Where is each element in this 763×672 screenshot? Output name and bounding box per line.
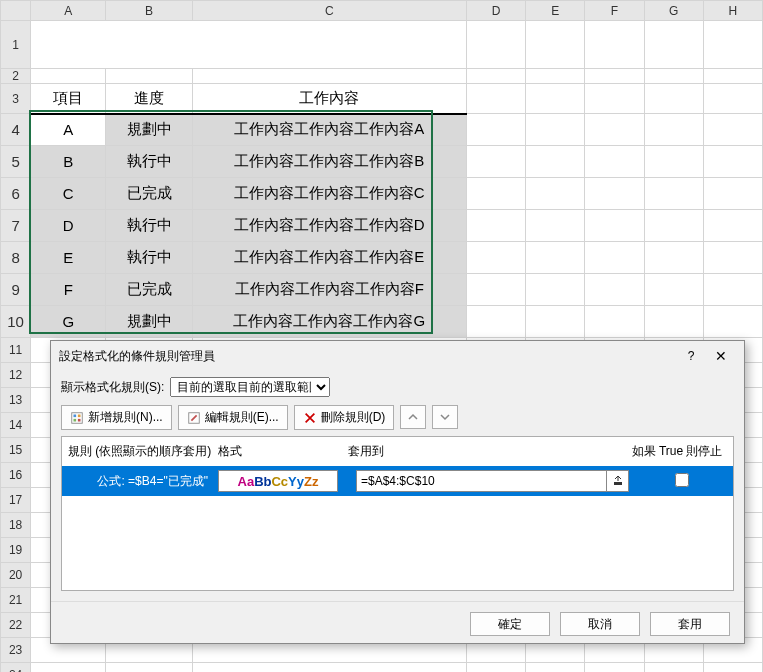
- row-header[interactable]: 23: [1, 638, 31, 663]
- cell[interactable]: 工作內容工作內容工作內容D: [192, 210, 466, 242]
- applies-to-input[interactable]: [356, 470, 607, 492]
- row-header[interactable]: 4: [1, 114, 31, 146]
- header-progress[interactable]: 進度: [106, 84, 192, 114]
- move-down-button[interactable]: [432, 405, 458, 429]
- stop-if-true-checkbox[interactable]: [675, 473, 689, 487]
- conditional-formatting-rules-manager-dialog: 設定格式化的條件規則管理員 ? ✕ 顯示格式化規則(S): 目前的選取目前的選取…: [50, 340, 745, 644]
- col-stop-header: 如果 True 則停止: [627, 441, 727, 462]
- cell[interactable]: D: [31, 210, 106, 242]
- chevron-down-icon: [440, 412, 450, 422]
- dialog-titlebar[interactable]: 設定格式化的條件規則管理員 ? ✕: [51, 341, 744, 371]
- cell[interactable]: 工作內容工作內容工作內容C: [192, 178, 466, 210]
- svg-rect-6: [614, 482, 622, 485]
- cell[interactable]: 執行中: [106, 210, 192, 242]
- row-header[interactable]: 16: [1, 463, 31, 488]
- row-header[interactable]: 20: [1, 563, 31, 588]
- col-header-D[interactable]: D: [466, 1, 525, 21]
- row-header[interactable]: 13: [1, 388, 31, 413]
- row-header[interactable]: 5: [1, 146, 31, 178]
- cell[interactable]: 規劃中: [106, 306, 192, 338]
- edit-rule-icon: [187, 411, 201, 425]
- cell[interactable]: 工作內容工作內容工作內容A: [192, 114, 466, 146]
- row-header[interactable]: 18: [1, 513, 31, 538]
- ok-button[interactable]: 確定: [470, 612, 550, 636]
- svg-rect-4: [78, 418, 81, 421]
- row-header[interactable]: 2: [1, 69, 31, 84]
- col-format-header: 格式: [218, 441, 348, 462]
- col-header-A[interactable]: A: [31, 1, 106, 21]
- rule-row[interactable]: 公式: =$B4="已完成" AaBbCcYyZz: [62, 466, 733, 496]
- dialog-title: 設定格式化的條件規則管理員: [59, 348, 215, 365]
- cell[interactable]: 執行中: [106, 242, 192, 274]
- cell[interactable]: 規劃中: [106, 114, 192, 146]
- delete-icon: [303, 411, 317, 425]
- new-rule-button[interactable]: 新增規則(N)...: [61, 405, 172, 430]
- col-header-F[interactable]: F: [585, 1, 644, 21]
- cell[interactable]: 執行中: [106, 146, 192, 178]
- row-header[interactable]: 15: [1, 438, 31, 463]
- svg-rect-2: [78, 414, 81, 417]
- svg-rect-0: [72, 412, 83, 423]
- cell[interactable]: C: [31, 178, 106, 210]
- row-header[interactable]: 6: [1, 178, 31, 210]
- rules-list: 規則 (依照顯示的順序套用) 格式 套用到 如果 True 則停止 公式: =$…: [61, 436, 734, 591]
- column-header-row: A B C D E F G H: [1, 1, 763, 21]
- row-header[interactable]: 17: [1, 488, 31, 513]
- svg-rect-1: [74, 414, 77, 417]
- col-header-H[interactable]: H: [703, 1, 762, 21]
- help-button[interactable]: ?: [676, 349, 706, 363]
- row-header[interactable]: 24: [1, 663, 31, 673]
- row-header[interactable]: 1: [1, 21, 31, 69]
- cell[interactable]: A: [31, 114, 106, 146]
- cell[interactable]: B: [31, 146, 106, 178]
- edit-rule-button[interactable]: 編輯規則(E)...: [178, 405, 288, 430]
- cell[interactable]: 工作內容工作內容工作內容E: [192, 242, 466, 274]
- cell[interactable]: 工作內容工作內容工作內容F: [192, 274, 466, 306]
- close-button[interactable]: ✕: [706, 348, 736, 364]
- collapse-dialog-icon: [612, 475, 624, 487]
- row-header[interactable]: 3: [1, 84, 31, 114]
- delete-rule-button[interactable]: 刪除規則(D): [294, 405, 395, 430]
- show-rules-select[interactable]: 目前的選取目前的選取範圍: [170, 377, 330, 397]
- cell[interactable]: G: [31, 306, 106, 338]
- title-cell[interactable]: 依進度顯示不同色彩: [31, 21, 467, 69]
- col-header-E[interactable]: E: [526, 1, 585, 21]
- row-header[interactable]: 14: [1, 413, 31, 438]
- row-header[interactable]: 21: [1, 588, 31, 613]
- col-rule-header: 規則 (依照顯示的順序套用): [68, 441, 218, 462]
- row-header[interactable]: 10: [1, 306, 31, 338]
- header-content[interactable]: 工作內容: [192, 84, 466, 114]
- cell[interactable]: 工作內容工作內容工作內容B: [192, 146, 466, 178]
- cell[interactable]: 工作內容工作內容工作內容G: [192, 306, 466, 338]
- row-header[interactable]: 22: [1, 613, 31, 638]
- row-header[interactable]: 12: [1, 363, 31, 388]
- svg-rect-3: [74, 418, 77, 421]
- cell[interactable]: F: [31, 274, 106, 306]
- move-up-button[interactable]: [400, 405, 426, 429]
- chevron-up-icon: [408, 412, 418, 422]
- header-item[interactable]: 項目: [31, 84, 106, 114]
- row-header[interactable]: 11: [1, 338, 31, 363]
- cancel-button[interactable]: 取消: [560, 612, 640, 636]
- row-header[interactable]: 7: [1, 210, 31, 242]
- select-all-cell[interactable]: [1, 1, 31, 21]
- cell[interactable]: 已完成: [106, 274, 192, 306]
- row-header[interactable]: 8: [1, 242, 31, 274]
- show-rules-label: 顯示格式化規則(S):: [61, 379, 164, 396]
- col-header-B[interactable]: B: [106, 1, 192, 21]
- col-applies-header: 套用到: [348, 441, 627, 462]
- apply-button[interactable]: 套用: [650, 612, 730, 636]
- rule-formula-text: 公式: =$B4="已完成": [68, 473, 218, 490]
- new-rule-icon: [70, 411, 84, 425]
- row-header[interactable]: 19: [1, 538, 31, 563]
- cell[interactable]: E: [31, 242, 106, 274]
- col-header-C[interactable]: C: [192, 1, 466, 21]
- row-header[interactable]: 9: [1, 274, 31, 306]
- col-header-G[interactable]: G: [644, 1, 703, 21]
- range-selector-button[interactable]: [607, 470, 629, 492]
- cell[interactable]: 已完成: [106, 178, 192, 210]
- format-preview: AaBbCcYyZz: [218, 470, 338, 492]
